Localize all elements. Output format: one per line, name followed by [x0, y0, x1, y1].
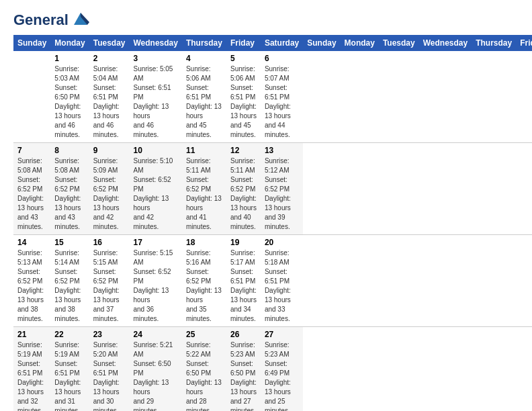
day-number: 27 — [265, 330, 299, 339]
calendar-cell: 16Sunrise: 5:15 AM Sunset: 6:52 PM Dayli… — [89, 235, 130, 327]
day-number: 24 — [133, 330, 177, 339]
day-number: 23 — [93, 330, 126, 339]
day-info: Sunrise: 5:10 AM Sunset: 6:52 PM Dayligh… — [133, 156, 177, 232]
day-number: 21 — [17, 330, 46, 339]
calendar-header-friday: Friday — [226, 35, 261, 51]
calendar-cell: 25Sunrise: 5:22 AM Sunset: 6:50 PM Dayli… — [182, 327, 226, 411]
day-info: Sunrise: 5:11 AM Sunset: 6:52 PM Dayligh… — [230, 156, 257, 232]
calendar-week-2: 7Sunrise: 5:08 AM Sunset: 6:52 PM Daylig… — [13, 143, 532, 235]
day-info: Sunrise: 5:05 AM Sunset: 6:51 PM Dayligh… — [133, 64, 177, 140]
day-number: 14 — [17, 238, 46, 247]
calendar-cell: 22Sunrise: 5:19 AM Sunset: 6:51 PM Dayli… — [50, 327, 89, 411]
day-info: Sunrise: 5:16 AM Sunset: 6:52 PM Dayligh… — [186, 248, 222, 324]
day-info: Sunrise: 5:15 AM Sunset: 6:52 PM Dayligh… — [133, 248, 177, 324]
calendar-cell: 9Sunrise: 5:09 AM Sunset: 6:52 PM Daylig… — [89, 143, 130, 235]
calendar-cell: 12Sunrise: 5:11 AM Sunset: 6:52 PM Dayli… — [226, 143, 261, 235]
day-info: Sunrise: 5:06 AM Sunset: 6:51 PM Dayligh… — [230, 64, 257, 140]
day-number: 9 — [93, 146, 126, 155]
day-info: Sunrise: 5:23 AM Sunset: 6:49 PM Dayligh… — [265, 340, 299, 411]
day-info: Sunrise: 5:14 AM Sunset: 6:52 PM Dayligh… — [54, 248, 85, 324]
calendar-cell: 21Sunrise: 5:19 AM Sunset: 6:51 PM Dayli… — [13, 327, 50, 411]
day-info: Sunrise: 5:08 AM Sunset: 6:52 PM Dayligh… — [54, 156, 85, 232]
calendar-header-monday: Monday — [50, 35, 89, 51]
day-info: Sunrise: 5:03 AM Sunset: 6:50 PM Dayligh… — [54, 64, 85, 140]
day-number: 20 — [265, 238, 299, 247]
calendar-cell: 8Sunrise: 5:08 AM Sunset: 6:52 PM Daylig… — [50, 143, 89, 235]
day-number: 3 — [133, 54, 177, 63]
calendar-cell: 14Sunrise: 5:13 AM Sunset: 6:52 PM Dayli… — [13, 235, 50, 327]
day-info: Sunrise: 5:19 AM Sunset: 6:51 PM Dayligh… — [54, 340, 85, 411]
day-info: Sunrise: 5:17 AM Sunset: 6:51 PM Dayligh… — [230, 248, 257, 324]
logo: General — [13, 12, 91, 28]
calendar-cell: 17Sunrise: 5:15 AM Sunset: 6:52 PM Dayli… — [129, 235, 181, 327]
calendar-cell: 5Sunrise: 5:06 AM Sunset: 6:51 PM Daylig… — [226, 51, 261, 143]
day-info: Sunrise: 5:15 AM Sunset: 6:52 PM Dayligh… — [93, 248, 126, 324]
calendar-cell: 24Sunrise: 5:21 AM Sunset: 6:50 PM Dayli… — [129, 327, 181, 411]
day-number: 10 — [133, 146, 177, 155]
day-info: Sunrise: 5:23 AM Sunset: 6:50 PM Dayligh… — [230, 340, 257, 411]
day-info: Sunrise: 5:21 AM Sunset: 6:50 PM Dayligh… — [133, 340, 177, 411]
logo-general: General — [13, 12, 69, 28]
calendar-header-saturday: Saturday — [261, 35, 303, 51]
day-number: 2 — [93, 54, 126, 63]
page-header: General — [13, 12, 519, 28]
calendar-cell: 2Sunrise: 5:04 AM Sunset: 6:51 PM Daylig… — [89, 51, 130, 143]
calendar-cell: 27Sunrise: 5:23 AM Sunset: 6:49 PM Dayli… — [261, 327, 303, 411]
calendar-cell — [13, 51, 50, 143]
header-day-friday: Friday — [516, 35, 532, 51]
calendar-cell: 18Sunrise: 5:16 AM Sunset: 6:52 PM Dayli… — [182, 235, 226, 327]
calendar-cell: 15Sunrise: 5:14 AM Sunset: 6:52 PM Dayli… — [50, 235, 89, 327]
day-number: 19 — [230, 238, 257, 247]
day-number: 12 — [230, 146, 257, 155]
calendar-cell: 26Sunrise: 5:23 AM Sunset: 6:50 PM Dayli… — [226, 327, 261, 411]
day-info: Sunrise: 5:20 AM Sunset: 6:51 PM Dayligh… — [93, 340, 126, 411]
calendar-header-row: SundayMondayTuesdayWednesdayThursdayFrid… — [13, 35, 532, 51]
day-info: Sunrise: 5:11 AM Sunset: 6:52 PM Dayligh… — [186, 156, 222, 232]
day-number: 17 — [133, 238, 177, 247]
day-info: Sunrise: 5:09 AM Sunset: 6:52 PM Dayligh… — [93, 156, 126, 232]
page-container: General SundayMondayTuesdayWednesdayThur… — [0, 0, 532, 411]
calendar-table: SundayMondayTuesdayWednesdayThursdayFrid… — [13, 35, 532, 411]
day-number: 5 — [230, 54, 257, 63]
day-number: 22 — [54, 330, 85, 339]
calendar-week-4: 21Sunrise: 5:19 AM Sunset: 6:51 PM Dayli… — [13, 327, 532, 411]
day-number: 26 — [230, 330, 257, 339]
day-number: 25 — [186, 330, 222, 339]
day-number: 11 — [186, 146, 222, 155]
day-number: 6 — [265, 54, 299, 63]
day-info: Sunrise: 5:19 AM Sunset: 6:51 PM Dayligh… — [17, 340, 46, 411]
calendar-week-1: 1Sunrise: 5:03 AM Sunset: 6:50 PM Daylig… — [13, 51, 532, 143]
day-number: 16 — [93, 238, 126, 247]
day-number: 18 — [186, 238, 222, 247]
calendar-cell: 10Sunrise: 5:10 AM Sunset: 6:52 PM Dayli… — [129, 143, 181, 235]
calendar-cell: 19Sunrise: 5:17 AM Sunset: 6:51 PM Dayli… — [226, 235, 261, 327]
header-day-sunday: Sunday — [303, 35, 340, 51]
calendar-cell: 1Sunrise: 5:03 AM Sunset: 6:50 PM Daylig… — [50, 51, 89, 143]
calendar-cell: 13Sunrise: 5:12 AM Sunset: 6:52 PM Dayli… — [261, 143, 303, 235]
day-number: 4 — [186, 54, 222, 63]
day-info: Sunrise: 5:13 AM Sunset: 6:52 PM Dayligh… — [17, 248, 46, 324]
calendar-cell: 3Sunrise: 5:05 AM Sunset: 6:51 PM Daylig… — [129, 51, 181, 143]
day-number: 7 — [17, 146, 46, 155]
calendar-header-wednesday: Wednesday — [129, 35, 181, 51]
header-day-thursday: Thursday — [472, 35, 516, 51]
day-info: Sunrise: 5:08 AM Sunset: 6:52 PM Dayligh… — [17, 156, 46, 232]
header-day-monday: Monday — [341, 35, 379, 51]
day-info: Sunrise: 5:07 AM Sunset: 6:51 PM Dayligh… — [265, 64, 299, 140]
calendar-header-sunday: Sunday — [13, 35, 50, 51]
day-number: 1 — [54, 54, 85, 63]
header-day-tuesday: Tuesday — [379, 35, 419, 51]
calendar-week-3: 14Sunrise: 5:13 AM Sunset: 6:52 PM Dayli… — [13, 235, 532, 327]
calendar-cell: 6Sunrise: 5:07 AM Sunset: 6:51 PM Daylig… — [261, 51, 303, 143]
day-info: Sunrise: 5:18 AM Sunset: 6:51 PM Dayligh… — [265, 248, 299, 324]
day-number: 8 — [54, 146, 85, 155]
day-number: 13 — [265, 146, 299, 155]
calendar-cell: 4Sunrise: 5:06 AM Sunset: 6:51 PM Daylig… — [182, 51, 226, 143]
day-info: Sunrise: 5:04 AM Sunset: 6:51 PM Dayligh… — [93, 64, 126, 140]
calendar-cell: 11Sunrise: 5:11 AM Sunset: 6:52 PM Dayli… — [182, 143, 226, 235]
calendar-header-tuesday: Tuesday — [89, 35, 130, 51]
calendar-cell: 7Sunrise: 5:08 AM Sunset: 6:52 PM Daylig… — [13, 143, 50, 235]
day-info: Sunrise: 5:06 AM Sunset: 6:51 PM Dayligh… — [186, 64, 222, 140]
calendar-cell: 20Sunrise: 5:18 AM Sunset: 6:51 PM Dayli… — [261, 235, 303, 327]
day-info: Sunrise: 5:12 AM Sunset: 6:52 PM Dayligh… — [265, 156, 299, 232]
